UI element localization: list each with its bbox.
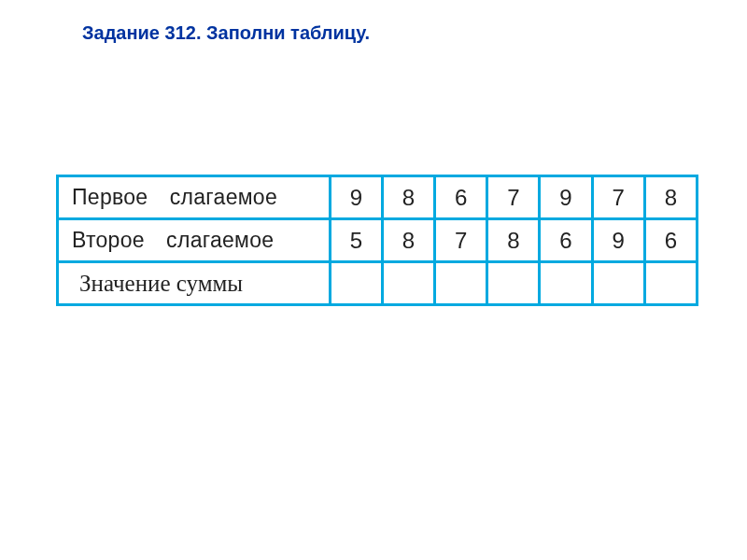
table-row-second-addend: Второе слагаемое 5 8 7 8 6 9 6	[58, 219, 698, 262]
cell-second-2: 7	[435, 219, 487, 262]
table-row-sum: Значение суммы	[58, 262, 698, 305]
cell-second-6: 6	[644, 219, 697, 262]
cell-first-6: 8	[644, 176, 697, 219]
table-wrapper: Первое слагаемое 9 8 6 7 9 7 8 Второе сл…	[56, 175, 698, 306]
table-row-first-addend: Первое слагаемое 9 8 6 7 9 7 8	[58, 176, 698, 219]
row-label-second: Второе слагаемое	[58, 219, 331, 262]
cell-sum-3[interactable]	[487, 262, 540, 305]
cell-first-3: 7	[487, 176, 540, 219]
cell-first-5: 7	[592, 176, 644, 219]
page-container: Задание 312. Заполни таблицу. Первое сла…	[0, 0, 747, 306]
cell-sum-5[interactable]	[592, 262, 644, 305]
cell-first-2: 6	[435, 176, 487, 219]
cell-sum-4[interactable]	[540, 262, 592, 305]
cell-first-1: 8	[382, 176, 434, 219]
row-label-sum: Значение суммы	[58, 262, 331, 305]
cell-second-1: 8	[382, 219, 434, 262]
cell-second-4: 6	[540, 219, 592, 262]
cell-second-5: 9	[592, 219, 644, 262]
exercise-title: Задание 312. Заполни таблицу.	[82, 22, 691, 44]
cell-sum-6[interactable]	[644, 262, 697, 305]
cell-sum-2[interactable]	[435, 262, 487, 305]
cell-second-3: 8	[487, 219, 540, 262]
cell-second-0: 5	[330, 219, 382, 262]
cell-sum-1[interactable]	[382, 262, 434, 305]
cell-first-0: 9	[330, 176, 382, 219]
row-label-first: Первое слагаемое	[58, 176, 331, 219]
cell-sum-0[interactable]	[330, 262, 382, 305]
cell-first-4: 9	[540, 176, 592, 219]
addition-table: Первое слагаемое 9 8 6 7 9 7 8 Второе сл…	[56, 175, 698, 306]
